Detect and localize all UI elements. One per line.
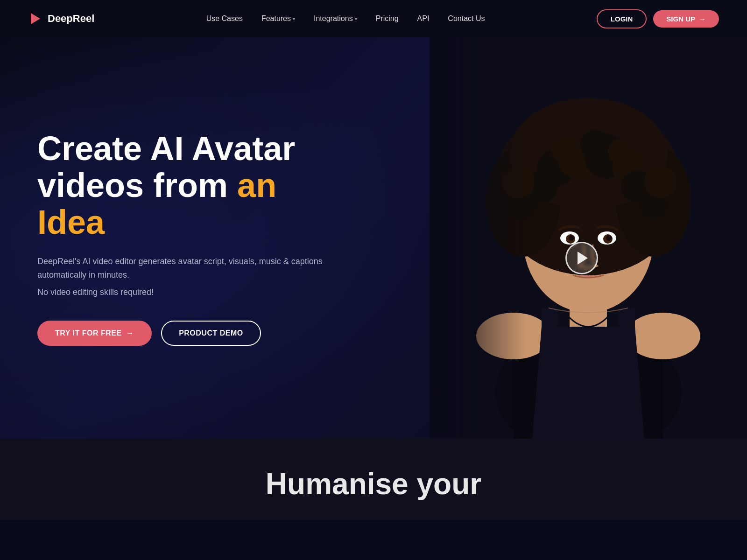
nav-item-usecases[interactable]: Use Cases — [206, 14, 243, 23]
signup-arrow-icon: → — [699, 15, 706, 23]
bottom-heading: Humanise your — [37, 467, 710, 501]
features-chevron-icon: ▾ — [293, 16, 295, 21]
svg-rect-33 — [619, 308, 635, 336]
hero-subtext: No video editing skills required! — [37, 287, 345, 297]
login-button[interactable]: LOGIN — [597, 9, 647, 28]
play-icon — [578, 252, 588, 265]
try-free-button[interactable]: TRY IT FOR FREE → — [37, 321, 152, 346]
play-button[interactable] — [565, 242, 598, 274]
hero-buttons: TRY IT FOR FREE → PRODUCT DEMO — [37, 321, 345, 346]
nav-item-integrations[interactable]: Integrations ▾ — [314, 14, 357, 23]
nav-item-contact[interactable]: Contact Us — [448, 14, 485, 23]
svg-point-22 — [502, 166, 535, 198]
brand-name: DeepReel — [48, 13, 94, 25]
navbar: DeepReel Use Cases Features ▾ Integratio… — [0, 0, 747, 37]
svg-point-28 — [569, 235, 574, 241]
product-demo-button[interactable]: PRODUCT DEMO — [161, 321, 261, 346]
nav-item-api[interactable]: API — [417, 14, 430, 23]
svg-point-19 — [608, 139, 634, 165]
nav-item-pricing[interactable]: Pricing — [376, 14, 399, 23]
nav-actions: LOGIN SIGN UP → — [597, 9, 719, 28]
hero-image-area — [430, 37, 747, 439]
integrations-chevron-icon: ▾ — [355, 16, 357, 21]
svg-point-29 — [606, 235, 612, 241]
svg-point-23 — [644, 166, 677, 198]
signup-button[interactable]: SIGN UP → — [653, 10, 719, 28]
svg-rect-32 — [542, 308, 558, 336]
hero-title: Create AI Avatar videos from an Idea — [37, 130, 345, 241]
hero-description: DeepReel's AI video editor generates ava… — [37, 255, 345, 282]
svg-marker-0 — [31, 13, 40, 24]
logo[interactable]: DeepReel — [28, 11, 94, 26]
try-arrow-icon: → — [127, 329, 134, 337]
hero-avatar-image — [430, 37, 747, 439]
bottom-section: Humanise your — [0, 439, 747, 520]
logo-icon — [28, 11, 43, 26]
svg-point-18 — [580, 130, 610, 160]
nav-links: Use Cases Features ▾ Integrations ▾ Pric… — [206, 14, 485, 23]
hero-section: Create AI Avatar videos from an Idea Dee… — [0, 37, 747, 439]
nav-item-features[interactable]: Features ▾ — [261, 14, 295, 23]
hero-content: Create AI Avatar videos from an Idea Dee… — [37, 130, 345, 346]
svg-point-17 — [551, 135, 579, 163]
